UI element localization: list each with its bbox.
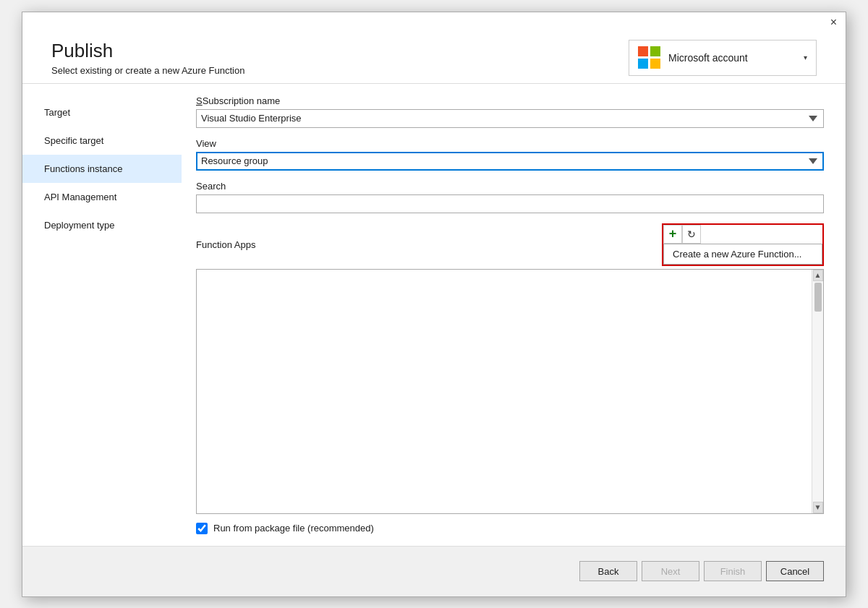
scrollbar-down-button[interactable]: ▼ — [813, 502, 823, 513]
account-section[interactable]: Microsoft account ▾ — [629, 40, 817, 76]
microsoft-logo — [638, 46, 661, 69]
view-group: View Resource group — [196, 138, 824, 171]
cancel-button[interactable]: Cancel — [766, 561, 824, 581]
main-content: SSubscription name Visual Studio Enterpr… — [182, 84, 846, 546]
sidebar-item-specific-target[interactable]: Specific target — [22, 127, 182, 155]
finish-button[interactable]: Finish — [704, 561, 762, 581]
logo-blue — [638, 59, 648, 69]
create-new-dropdown[interactable]: Create a new Azure Function... — [663, 244, 822, 265]
function-apps-section: Function Apps + ↻ — [196, 223, 824, 534]
checkbox-row: Run from package file (recommended) — [196, 523, 824, 534]
scroll-down-icon: ▼ — [814, 503, 822, 511]
sidebar-item-target[interactable]: Target — [22, 98, 182, 127]
subscription-label: SSubscription name — [196, 95, 824, 106]
function-apps-header: Function Apps + ↻ — [196, 223, 824, 266]
add-function-button[interactable]: + — [663, 225, 682, 244]
refresh-button[interactable]: ↻ — [682, 225, 701, 244]
scrollbar-thumb[interactable] — [814, 283, 822, 312]
red-outline-box: + ↻ Create a new Azure Function... — [662, 223, 824, 266]
actions-wrapper: + ↻ Create a new Azure Function... — [662, 223, 824, 266]
scrollbar-track — [813, 281, 823, 502]
dialog-footer: Back Next Finish Cancel — [22, 546, 846, 596]
next-button[interactable]: Next — [642, 561, 699, 581]
logo-red — [638, 46, 648, 56]
dialog-subtitle: Select existing or create a new Azure Fu… — [51, 65, 244, 76]
run-from-package-checkbox[interactable] — [196, 523, 208, 534]
account-name: Microsoft account — [668, 52, 796, 64]
search-input[interactable] — [196, 194, 824, 213]
dialog-title: Publish — [51, 40, 244, 62]
sidebar: Target Specific target Functions instanc… — [22, 84, 182, 546]
search-group: Search — [196, 181, 824, 213]
sidebar-item-api-management[interactable]: API Management — [22, 183, 182, 211]
sidebar-item-deployment-type[interactable]: Deployment type — [22, 211, 182, 239]
logo-green — [650, 46, 660, 56]
account-chevron-icon: ▾ — [804, 53, 807, 61]
function-apps-label: Function Apps — [196, 239, 255, 250]
dialog-body: Target Specific target Functions instanc… — [22, 84, 846, 546]
publish-dialog: × Publish Select existing or create a ne… — [22, 12, 846, 597]
scroll-up-icon: ▲ — [814, 271, 822, 279]
subscription-select[interactable]: Visual Studio Enterprise — [196, 109, 824, 128]
close-button[interactable]: × — [827, 17, 840, 28]
plus-icon: + — [669, 226, 677, 241]
refresh-icon: ↻ — [687, 228, 696, 240]
function-apps-list: ▲ ▼ — [196, 269, 824, 514]
view-select[interactable]: Resource group — [196, 152, 824, 171]
logo-yellow — [650, 59, 660, 69]
list-scrollbar: ▲ ▼ — [812, 270, 823, 513]
title-section: Publish Select existing or create a new … — [51, 40, 244, 76]
checkbox-label[interactable]: Run from package file (recommended) — [213, 523, 374, 534]
back-button[interactable]: Back — [579, 561, 637, 581]
title-bar: × — [22, 12, 846, 33]
search-label: Search — [196, 181, 824, 192]
scrollbar-up-button[interactable]: ▲ — [813, 270, 823, 281]
view-label: View — [196, 138, 824, 149]
dialog-header: Publish Select existing or create a new … — [22, 33, 846, 83]
subscription-group: SSubscription name Visual Studio Enterpr… — [196, 95, 824, 128]
sidebar-item-functions-instance[interactable]: Functions instance — [22, 155, 182, 183]
